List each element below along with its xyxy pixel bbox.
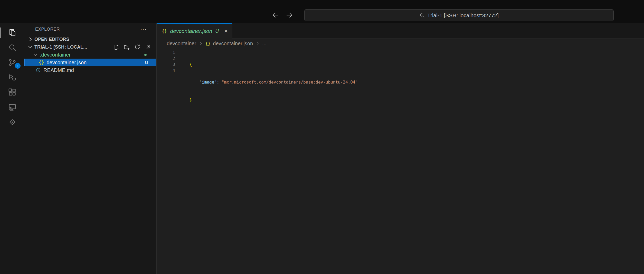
- colon-token: :: [217, 80, 222, 85]
- tree-item-devcontainer-folder[interactable]: .devcontainer: [24, 51, 156, 59]
- refresh-button[interactable]: [134, 44, 140, 50]
- source-control-badge: 1: [15, 63, 21, 69]
- code-line: }: [190, 97, 644, 103]
- remote-targets-icon-item[interactable]: [0, 115, 24, 130]
- editor-group: {} devcontainer.json U ✕ .devcontainer {…: [157, 23, 644, 274]
- forward-button[interactable]: [286, 11, 293, 19]
- tab-devcontainer-json[interactable]: {} devcontainer.json U ✕: [157, 23, 232, 39]
- chevron-right-icon: [255, 41, 260, 45]
- activity-bar: 1: [0, 23, 24, 274]
- close-tab-button[interactable]: ✕: [224, 28, 228, 34]
- open-editors-section[interactable]: OPEN EDITORS: [24, 35, 156, 43]
- git-untracked-badge: U: [145, 60, 148, 65]
- tab-untracked-badge: U: [215, 28, 219, 34]
- code-line: [190, 115, 644, 121]
- tab-bar: {} devcontainer.json U ✕: [157, 23, 644, 39]
- folder-label: .devcontainer: [40, 52, 71, 58]
- chevron-down-icon: [33, 52, 38, 57]
- file-label: devcontainer.json: [46, 60, 87, 66]
- json-string-token: "mcr.microsoft.com/devcontainers/base:de…: [222, 80, 358, 85]
- json-key-token: "image": [200, 80, 217, 85]
- json-file-icon: {}: [39, 60, 44, 65]
- file-tree: .devcontainer {} devcontainer.json U REA…: [24, 51, 156, 74]
- files-icon: [8, 28, 17, 37]
- breadcrumb-file[interactable]: devcontainer.json: [213, 41, 253, 47]
- tab-label: devcontainer.json: [170, 28, 212, 34]
- activity-item-source-control[interactable]: 1: [0, 55, 24, 70]
- explorer-sidebar: EXPLORER ··· OPEN EDITORS TRIAL-1 [SSH: …: [24, 23, 157, 274]
- explorer-title: EXPLORER: [35, 27, 60, 32]
- remote-targets-diamond-icon: [8, 118, 17, 126]
- open-editors-label: OPEN EDITORS: [34, 37, 69, 42]
- command-center[interactable]: Trial-1 [SSH: localhost:32772]: [304, 9, 614, 21]
- code-line: {: [190, 61, 644, 67]
- line-number: 1: [157, 50, 175, 56]
- back-button[interactable]: [272, 11, 279, 19]
- arrow-left-icon: [272, 11, 279, 19]
- arrow-right-icon: [286, 11, 293, 19]
- workspace-label: TRIAL-1 [SSH: LOCAL...: [34, 44, 87, 50]
- code-lines: { "image": "mcr.microsoft.com/devcontain…: [183, 50, 644, 274]
- breadcrumbs: .devcontainer {} devcontainer.json ...: [157, 39, 644, 48]
- titlebar: Trial-1 [SSH: localhost:32772]: [0, 0, 644, 23]
- breadcrumb-symbol-more[interactable]: ...: [262, 41, 267, 47]
- explorer-toolbar: [113, 44, 156, 50]
- line-number: 4: [157, 67, 175, 73]
- activity-item-search[interactable]: [0, 40, 24, 55]
- file-label: README.md: [43, 67, 74, 73]
- untracked-indicator-dot: [144, 54, 147, 56]
- activity-item-run-debug[interactable]: [0, 70, 24, 85]
- tree-item-devcontainer-json[interactable]: {} devcontainer.json U: [24, 59, 156, 66]
- breadcrumb-folder[interactable]: .devcontainer: [165, 41, 196, 47]
- history-navigation: [272, 11, 293, 19]
- code-editor[interactable]: 1 2 3 4 { "image": "mcr.microsoft.com/de…: [157, 48, 644, 274]
- search-icon: [419, 13, 425, 18]
- activity-item-explorer[interactable]: [0, 25, 24, 40]
- info-icon: [36, 68, 41, 73]
- activity-item-extensions[interactable]: [0, 85, 24, 100]
- more-actions-button[interactable]: ···: [140, 26, 147, 32]
- line-number: 2: [157, 56, 175, 61]
- code-line: "image": "mcr.microsoft.com/devcontainer…: [190, 79, 644, 85]
- explorer-header: EXPLORER ···: [24, 23, 156, 35]
- line-number-gutter: 1 2 3 4: [157, 50, 183, 274]
- activity-item-remote-explorer[interactable]: [0, 100, 24, 115]
- new-folder-button[interactable]: [124, 44, 130, 50]
- command-center-label: Trial-1 [SSH: localhost:32772]: [427, 12, 499, 19]
- json-file-icon: {}: [162, 29, 167, 34]
- remote-explorer-icon: [8, 103, 17, 112]
- chevron-right-icon: [199, 41, 203, 45]
- indent-guide: [190, 56, 190, 61]
- line-number: 3: [157, 61, 175, 67]
- vscode-window: { "titlebar": { "command_center_text": "…: [0, 0, 644, 274]
- chevron-down-icon: [27, 44, 33, 50]
- open-brace-token: {: [190, 62, 192, 67]
- scrollbar-decoration[interactable]: [643, 49, 643, 57]
- run-debug-icon: [8, 73, 17, 82]
- json-file-icon: {}: [205, 41, 210, 46]
- indent: [190, 80, 200, 85]
- new-file-button[interactable]: [113, 44, 119, 50]
- search-icon: [8, 43, 17, 52]
- chevron-right-icon: [27, 36, 33, 42]
- close-brace-token: }: [190, 97, 192, 102]
- extensions-icon: [8, 88, 17, 97]
- collapse-all-button[interactable]: [145, 44, 151, 50]
- workspace-section[interactable]: TRIAL-1 [SSH: LOCAL...: [24, 43, 156, 51]
- tree-item-readme-md[interactable]: README.md: [24, 66, 156, 74]
